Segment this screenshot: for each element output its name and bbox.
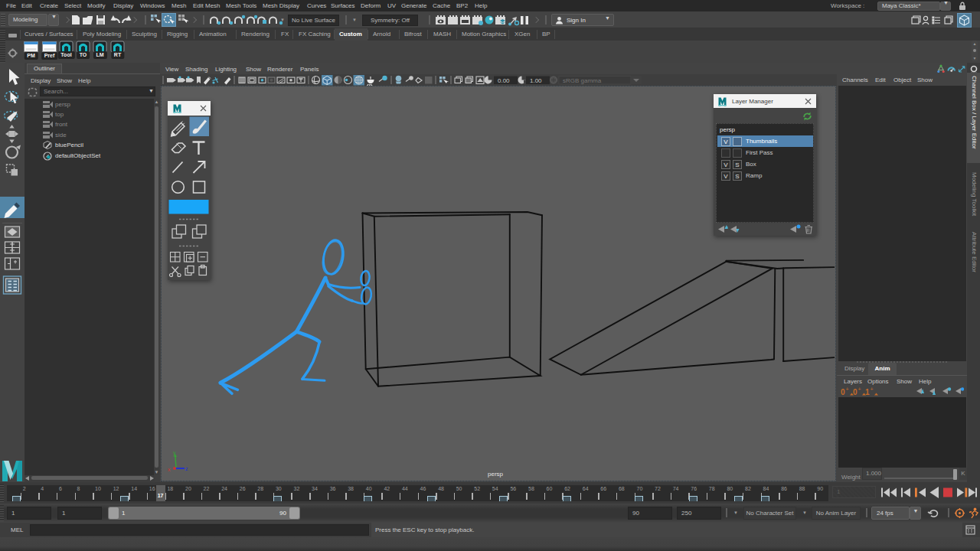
svg-text:x: x (168, 467, 171, 472)
svg-text:y: y (173, 450, 176, 456)
svg-text:+: + (871, 386, 874, 392)
svg-text:0.00: 0.00 (498, 77, 510, 84)
svg-text:persp: persp (488, 471, 504, 478)
svg-text:z: z (185, 466, 188, 471)
svg-text:+: + (846, 386, 849, 392)
svg-text:1.00: 1.00 (530, 77, 542, 84)
svg-text:0: 0 (853, 388, 858, 396)
svg-text:sRGB gamma: sRGB gamma (563, 77, 602, 84)
svg-text:+: + (858, 386, 861, 392)
svg-text:0: 0 (841, 388, 845, 396)
svg-text:1: 1 (865, 388, 870, 396)
